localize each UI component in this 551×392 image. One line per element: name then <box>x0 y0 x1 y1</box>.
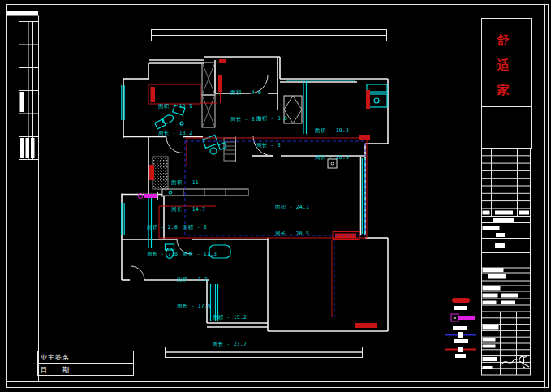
room-area: 面积 - 2.6 <box>147 223 178 232</box>
left-revision-table <box>19 22 39 160</box>
owner-signature-label: 业主签名 <box>41 353 70 362</box>
gas-valve <box>138 192 166 200</box>
red-capsule-icon <box>452 298 470 303</box>
room-area: 面积 - 24.1 <box>275 203 309 212</box>
room-label: 面积 - 24.1 周长 - 20.5 <box>275 185 309 256</box>
room-area: 面积 - 10.9 <box>158 102 192 111</box>
room-area: 面积 - 8 <box>183 223 217 232</box>
cad-floorplan-screenshot: 舒 适 家 面积 - 10.9 周长 - 13.2 面积 - 4.0 周长 - … <box>0 0 551 392</box>
brand-char-3: 家 <box>496 83 510 98</box>
signature-scribble <box>501 355 529 368</box>
room-area: 面积 - 3.8 <box>256 114 287 123</box>
room-label: 面积 - 3.8 周长 - 8 <box>256 97 287 168</box>
room-label: 面积 - 2.6 周长 - 7.8 <box>147 205 178 277</box>
room-perimeter: 周长 - 7.8 <box>147 250 178 259</box>
radiator <box>355 323 377 328</box>
room-perimeter: 周长 - 8 <box>256 141 287 150</box>
room-area: 面积 - 19.3 <box>315 127 349 136</box>
room-perimeter: 周长 - 17.9 <box>177 302 211 311</box>
valve-icon <box>451 314 475 321</box>
plan-legend <box>445 298 476 358</box>
brand-char-1: 舒 <box>496 32 510 48</box>
red-wire-line-icon <box>445 347 476 352</box>
room-area: 面积 - 7.2 <box>177 275 211 284</box>
room-label: 面积 - 15.2 周长 - 23.7 <box>213 295 247 367</box>
blue-wire-line-icon <box>445 332 476 338</box>
room-label: 面积 - 7.2 周长 - 17.9 <box>177 257 211 329</box>
room-label: 面积 - 19.3 周长 - 20.9 <box>315 109 349 180</box>
date-label: 日 期 <box>41 365 70 374</box>
hatched-cabinet <box>153 157 168 189</box>
brand-char-2: 适 <box>496 58 510 73</box>
room-perimeter: 周长 - 20.9 <box>315 153 349 162</box>
room-label: 面积 - 10.9 周长 - 13.2 <box>158 84 192 156</box>
room-area: 面积 - 11 <box>171 179 205 187</box>
room-perimeter: 周长 - 13.2 <box>158 129 192 138</box>
bottom-title-bars <box>166 347 363 358</box>
room-perimeter: 周长 - 20.5 <box>275 230 309 239</box>
top-title-bars <box>152 30 387 41</box>
room-perimeter: 周长 - 23.7 <box>213 340 247 349</box>
room-area: 面积 - 15.2 <box>213 313 247 322</box>
elevator-shaft <box>202 62 215 127</box>
